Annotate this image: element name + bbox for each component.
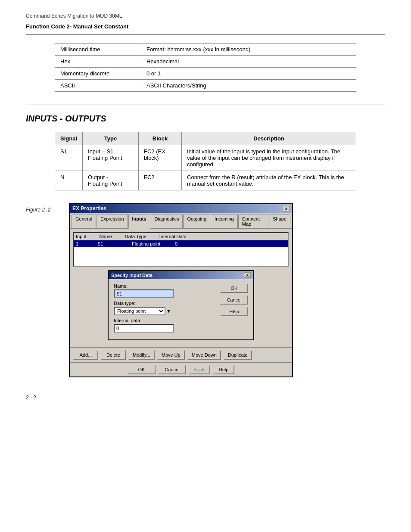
doc-header: Command Series Migration to MOD 30ML — [26, 13, 385, 19]
column-header: Type — [83, 132, 139, 145]
dialog-title: EX Properties — [72, 205, 106, 212]
data-type-label: Data type: — [114, 301, 216, 306]
table-cell: Millisecond time — [55, 44, 141, 56]
sub-ok-button[interactable]: OK — [220, 283, 248, 293]
figure-label: Figure 2 .2. — [26, 203, 60, 213]
table-cell: Initial value of the input is typed in t… — [182, 145, 356, 171]
tab-incoming[interactable]: Incoming — [211, 215, 238, 228]
list-cell: 0 — [175, 241, 218, 246]
table-cell: Input – S1 Floating Point — [83, 145, 139, 171]
list-column-header: Name — [99, 234, 112, 239]
list-cell: 1 — [76, 241, 97, 246]
list-cell: S1 — [97, 241, 132, 246]
apply-button[interactable]: Apply — [189, 365, 210, 374]
table-cell: N — [55, 171, 83, 190]
ok-button[interactable]: OK — [128, 365, 156, 374]
inputs-outputs-heading: INPUTS - OUTPUTS — [26, 114, 385, 124]
table-row: Momentary discrete0 or 1 — [55, 68, 356, 80]
table-row: ASCIIASCII Characters/String — [55, 80, 356, 92]
sub-dialog-title: Specify Input Data — [111, 273, 153, 278]
input-list-area: InputNameData TypeInternal Data 1S1Float… — [73, 232, 289, 267]
tab-inputs[interactable]: Inputs — [128, 215, 150, 229]
list-item: 1S1Floating point0 — [74, 240, 288, 247]
table-cell: Hex — [55, 56, 141, 68]
data-type-wrapper: Floating point ▼ — [114, 307, 216, 315]
delete-button[interactable]: Delete — [101, 350, 126, 360]
tab-outgoing[interactable]: Outgoing — [183, 215, 210, 228]
dialog-ok-area: OK Cancel Apply Help — [70, 362, 292, 376]
section-title: Function Code 2- Manual Set Constant — [26, 23, 385, 30]
dialog-bottom-buttons: Add... Delete Modify... Move Up Move Dow… — [70, 347, 292, 362]
table-cell: ASCII — [55, 80, 141, 92]
dialog-close-btn[interactable]: x — [283, 206, 290, 212]
data-table: Millisecond timeFormat: hh:mm:ss.xxx (xx… — [55, 43, 356, 92]
column-header: Signal — [55, 132, 83, 145]
table-cell: FC2 (EX block) — [139, 145, 182, 171]
table-cell: Connect from the R (result) attribute of… — [182, 171, 356, 190]
table-cell: Hexadecimal — [141, 56, 356, 68]
sub-dialog-content: Name: Data type: Floating point ▼ Intern… — [109, 279, 253, 339]
list-column-header: Input — [76, 234, 86, 239]
tab-expression[interactable]: Expression — [97, 215, 128, 228]
table-cell: Format: hh:mm:ss.xxx (xxx in millisecond… — [141, 44, 356, 56]
table-row: S1Input – S1 Floating PointFC2 (EX block… — [55, 145, 356, 171]
cancel-button[interactable]: Cancel — [158, 365, 186, 374]
dialog-content: InputNameData TypeInternal Data 1S1Float… — [70, 229, 292, 347]
sub-dialog-titlebar: Specify Input Data x — [109, 271, 253, 279]
tab-general[interactable]: General — [72, 215, 96, 228]
column-header: Description — [182, 132, 356, 145]
internal-data-label: Internal data: — [114, 318, 216, 323]
name-input[interactable] — [114, 289, 174, 298]
column-header: Block — [139, 132, 182, 145]
dropdown-arrow-icon: ▼ — [166, 308, 171, 314]
table-cell: Output - Floating Point — [83, 171, 139, 190]
table-row: HexHexadecimal — [55, 56, 356, 68]
table-cell: 0 or 1 — [141, 68, 356, 80]
tab-shape[interactable]: Shape — [269, 215, 290, 228]
table-row: Millisecond timeFormat: hh:mm:ss.xxx (xx… — [55, 44, 356, 56]
table-cell: Momentary discrete — [55, 68, 141, 80]
page-number: 2 - 2 — [26, 395, 385, 401]
specify-input-dialog: Specify Input Data x Name: Data type: Fl… — [108, 270, 254, 340]
help-button[interactable]: Help — [213, 365, 234, 374]
sub-dialog-right: OK Cancel Help — [220, 283, 248, 335]
modify-button[interactable]: Modify... — [128, 350, 155, 360]
divider-1 — [26, 34, 385, 34]
name-label: Name: — [114, 283, 216, 289]
list-column-header: Internal Data — [159, 234, 187, 239]
sub-help-button[interactable]: Help — [220, 307, 248, 316]
list-column-header: Data Type — [125, 234, 146, 239]
signal-table: SignalTypeBlockDescription S1Input – S1 … — [55, 132, 356, 190]
tab-diagnostics[interactable]: Diagnostics — [151, 215, 183, 228]
sub-cancel-button[interactable]: Cancel — [220, 295, 248, 305]
doc-title: Command Series Migration to MOD 30ML — [26, 13, 122, 19]
dialog-tabs: GeneralExpressionInputsDiagnosticsOutgoi… — [70, 213, 292, 229]
table-row: NOutput - Floating PointFC2Connect from … — [55, 171, 356, 190]
list-cell: Floating point — [132, 241, 175, 246]
sub-dialog-left: Name: Data type: Floating point ▼ Intern… — [114, 283, 216, 335]
move-up-button[interactable]: Move Up — [157, 350, 185, 360]
ex-properties-dialog: EX Properties x GeneralExpressionInputsD… — [69, 203, 293, 377]
move-down-button[interactable]: Move Down — [187, 350, 221, 360]
table-cell: S1 — [55, 145, 83, 171]
table-cell: ASCII Characters/String — [141, 80, 356, 92]
divider-2 — [26, 105, 385, 105]
data-type-select[interactable]: Floating point — [114, 307, 165, 315]
internal-data-input[interactable] — [114, 324, 174, 333]
table-cell: FC2 — [139, 171, 182, 190]
input-list-header: InputNameData TypeInternal Data — [74, 233, 288, 240]
duplicate-button[interactable]: Duplicate — [224, 350, 252, 360]
figure-area: Figure 2 .2. EX Properties x GeneralExpr… — [26, 203, 385, 377]
tab-connect-map[interactable]: Connect Map — [238, 215, 268, 228]
dialog-titlebar: EX Properties x — [70, 204, 292, 213]
sub-dialog-close-btn[interactable]: x — [244, 272, 251, 278]
add-button[interactable]: Add... — [73, 350, 98, 360]
